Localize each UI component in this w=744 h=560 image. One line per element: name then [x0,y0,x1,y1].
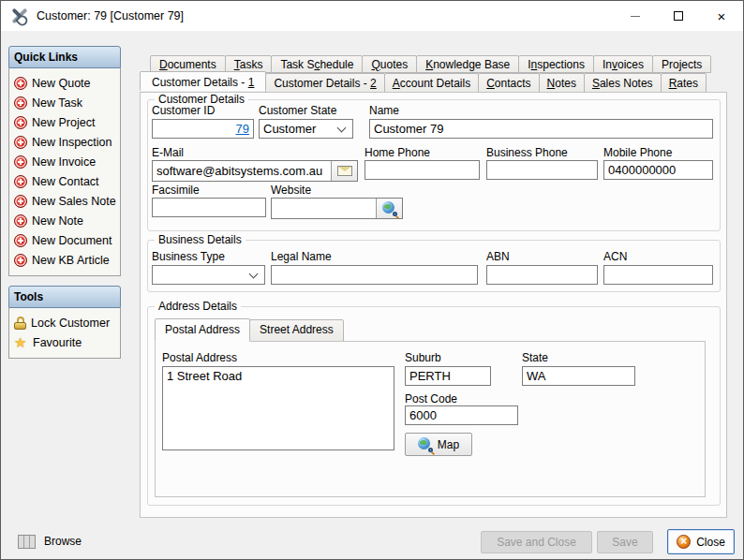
business-phone-field[interactable] [486,160,598,180]
map-button[interactable]: Map [405,433,472,456]
postal-address-field[interactable]: 1 Street Road [162,366,394,450]
tab-invoices[interactable]: Invoices [593,55,653,73]
state-field[interactable] [522,366,635,386]
globe-search-icon [382,201,396,215]
tab-notes[interactable]: Notes [539,73,585,93]
home-phone-label: Home Phone [365,146,430,159]
email-field-group [152,160,358,182]
quick-link-new-inspection[interactable]: New Inspection [12,132,117,152]
customer-window: Customer: 79 [Customer 79] × Quick Links… [0,0,744,560]
legal-name-label: Legal Name [271,250,332,263]
website-label: Website [271,184,311,197]
minimize-icon [631,16,640,17]
add-circle-icon [14,77,27,90]
facsimile-field[interactable] [152,198,266,217]
quick-link-new-kb-article[interactable]: New KB Article [12,250,117,270]
quick-link-new-task[interactable]: New Task [12,93,117,112]
quick-link-new-document[interactable]: New Document [12,230,117,250]
abn-label: ABN [486,250,510,263]
add-circle-icon [14,214,27,228]
maximize-icon [674,11,683,21]
close-icon: × [718,9,726,23]
acn-field[interactable] [603,265,713,285]
quick-link-new-project[interactable]: New Project [12,112,117,132]
tab-account-details[interactable]: Account Details [384,73,479,93]
close-window-button[interactable]: × [700,1,743,31]
tab-postal-address[interactable]: Postal Address [155,318,250,342]
postal-address-label: Postal Address [162,351,237,364]
chevron-down-icon [337,123,347,132]
tab-contacts[interactable]: Contacts [478,73,539,93]
quick-link-new-quote[interactable]: New Quote [12,73,117,93]
lock-icon [14,317,26,330]
tool-lock-customer[interactable]: Lock Customer [12,313,117,332]
tab-inspections[interactable]: Inspections [518,55,594,73]
hammer-wrench-icon [11,7,28,24]
add-circle-icon [14,254,27,267]
add-circle-icon [14,96,27,110]
abn-field[interactable] [486,265,598,285]
business-type-dropdown[interactable] [152,265,265,285]
table-grid-icon [18,535,36,549]
add-circle-icon [14,116,27,129]
browse-button[interactable]: Browse [12,528,87,554]
tab-customer-details-1[interactable]: Customer Details - 1 [140,71,266,91]
tab-street-address[interactable]: Street Address [249,319,344,343]
name-label: Name [369,104,399,117]
home-phone-field[interactable] [365,160,480,180]
save-button[interactable]: Save [597,531,653,553]
close-button[interactable]: Close [667,529,735,554]
tools-header: Tools [8,286,121,308]
business-phone-label: Business Phone [486,146,568,159]
add-circle-icon [14,175,27,188]
suburb-field[interactable] [405,366,491,386]
add-circle-icon [14,155,27,169]
customer-state-label: Customer State [259,104,336,117]
save-and-close-button[interactable]: Save and Close [481,531,592,553]
business-details-legend: Business Details [155,233,246,246]
business-type-label: Business Type [152,250,225,263]
quick-link-new-contact[interactable]: New Contact [12,171,117,191]
tab-task-schedule[interactable]: Task Schedule [271,55,363,73]
website-field-group [271,198,403,219]
tab-knowledge-base[interactable]: Knowledge Base [416,55,519,73]
tab-strip-bottom: Customer Details - 1 Customer Details - … [140,73,706,93]
post-code-field[interactable] [405,405,518,425]
tab-rates[interactable]: Rates [661,73,707,93]
legal-name-field[interactable] [271,265,478,285]
title-bar: Customer: 79 [Customer 79] × [1,1,743,31]
add-circle-icon [14,195,27,208]
envelope-icon [337,166,352,176]
chevron-down-icon [249,269,259,278]
star-icon: ★ [14,336,28,349]
open-website-button[interactable] [376,199,402,218]
facsimile-label: Facsimile [152,184,200,197]
customer-state-dropdown[interactable]: Customer [259,119,353,139]
customer-id-field[interactable]: 79 [152,119,254,139]
website-field[interactable] [272,199,376,218]
post-code-label: Post Code [405,392,457,405]
state-label: State [522,351,548,364]
window-title: Customer: 79 [Customer 79] [37,9,184,22]
minimize-button[interactable] [614,1,657,31]
customer-details-page: Customer Details Customer ID 79 Customer… [140,92,727,518]
address-details-legend: Address Details [155,300,241,313]
email-field[interactable] [153,161,331,181]
quick-link-new-sales-note[interactable]: New Sales Note [12,191,117,211]
maximize-button[interactable] [657,1,700,31]
tools-panel: Tools Lock Customer ★ Favourite [8,286,121,359]
email-label: E-Mail [152,146,184,159]
mobile-phone-field[interactable] [603,160,713,180]
customer-id-link[interactable]: 79 [236,122,249,136]
send-email-button[interactable] [331,161,357,181]
quick-link-new-note[interactable]: New Note [12,211,117,230]
tab-customer-details-2[interactable]: Customer Details - 2 [265,73,384,93]
name-field[interactable] [369,119,713,139]
tool-favourite[interactable]: ★ Favourite [12,332,117,352]
quick-link-new-invoice[interactable]: New Invoice [12,152,117,171]
quick-links-header: Quick Links [8,46,121,68]
tab-quotes[interactable]: Quotes [362,55,417,73]
tab-sales-notes[interactable]: Sales Notes [584,73,662,93]
tab-projects[interactable]: Projects [652,55,711,73]
suburb-label: Suburb [405,351,441,364]
